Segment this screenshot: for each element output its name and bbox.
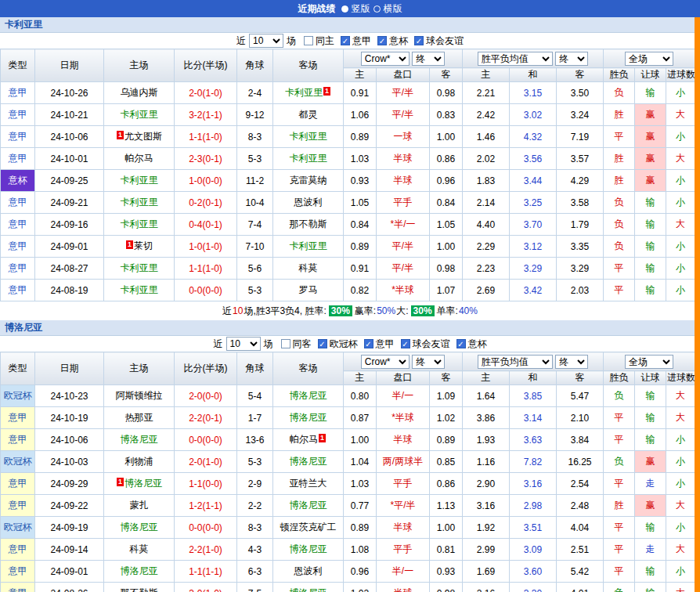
lose-odds-cell: 3.57 <box>557 148 604 170</box>
radio-horizontal-label[interactable]: 横版 <box>384 2 402 16</box>
team-name-text: 小 <box>676 456 685 467</box>
result-goals-cell: 大 <box>666 495 695 517</box>
draw-odds-cell: 3.60 <box>510 561 557 583</box>
filter-checkbox[interactable]: ✓球会友谊 <box>414 34 464 48</box>
lose-odds-cell: 2.03 <box>557 280 604 301</box>
team-name-text: 意甲 <box>9 543 27 554</box>
corners-cell: 5-3 <box>237 148 273 170</box>
team-name-text: 意甲 <box>9 434 27 445</box>
radio-horizontal-icon[interactable] <box>373 5 381 13</box>
col-header-home: 主场 <box>104 49 175 82</box>
win-odds-cell: 2.14 <box>463 192 510 214</box>
page-title: 近期战绩 <box>298 2 336 16</box>
recent-count-select[interactable]: 10 <box>249 34 283 48</box>
checkbox-icon[interactable]: ✓ <box>341 36 350 45</box>
filter-checkbox[interactable]: ✓意甲 <box>364 338 395 351</box>
league-filter-checkboxes: 同客✓欧冠杯✓意甲✓球会友谊✓意杯 <box>281 338 487 351</box>
team-name-text: 负 <box>615 456 624 467</box>
avg-odds-select[interactable]: 胜平负均值 <box>478 355 553 369</box>
date-cell: 24-08-27 <box>35 258 104 280</box>
result-handicap-cell: 输 <box>635 429 666 451</box>
team-name-text: 胜 <box>615 109 624 120</box>
result-handicap-cell: 输 <box>635 561 666 583</box>
team-name-text: 意甲 <box>9 218 27 229</box>
checkbox-icon[interactable]: ✓ <box>364 339 373 348</box>
odds-stage-select[interactable]: 终 <box>412 355 445 369</box>
team-name-text: 意甲 <box>9 197 27 208</box>
avg-stage-select[interactable]: 终 <box>555 355 588 369</box>
team-name-text: 大 <box>676 543 685 554</box>
checkbox-icon[interactable]: ✓ <box>377 36 387 45</box>
bookmaker-select[interactable]: Crow* <box>361 52 410 66</box>
result-handicap-cell: 赢 <box>635 148 666 170</box>
draw-odds-cell: 3.02 <box>510 104 557 126</box>
odds-stage-select[interactable]: 终 <box>412 52 445 66</box>
recent-count-select[interactable]: 10 <box>226 337 261 351</box>
scope-select[interactable]: 全场 <box>625 355 673 369</box>
league-type-cell: 意甲 <box>1 583 35 592</box>
result-goals-cell: 小 <box>666 561 695 583</box>
team-name-text: 小 <box>676 284 685 295</box>
handicap-away-odds-cell: 0.86 <box>430 148 463 170</box>
win-odds-cell: 4.40 <box>463 214 510 236</box>
draw-odds-cell: 3.51 <box>510 517 557 539</box>
radio-vertical-label[interactable]: 竖版 <box>352 2 370 16</box>
team-name-text: 卡利亚里 <box>285 87 323 98</box>
score-cell: 0-4(0-1) <box>175 214 237 236</box>
checkbox-icon[interactable]: ✓ <box>414 36 424 45</box>
checkbox-icon[interactable]: ✓ <box>456 339 466 348</box>
lose-odds-cell: 16.25 <box>557 451 604 473</box>
games-label: 场 <box>264 338 273 351</box>
score-cell: 0-0(0-0) <box>175 280 237 301</box>
team-name-text: 负 <box>615 87 624 98</box>
home-team-cell: 那不勒斯 <box>104 583 175 592</box>
team-name-text: 小 <box>676 175 685 186</box>
avg-odds-select[interactable]: 胜平负均值 <box>478 52 553 66</box>
col-header-result-goals: 进球数 <box>666 68 695 82</box>
away-team-cell: 科莫 <box>273 258 344 280</box>
filter-checkbox[interactable]: ✓欧冠杯 <box>318 338 358 351</box>
win-odds-cell: 2.21 <box>463 82 510 104</box>
filter-checkbox[interactable]: 同客 <box>281 338 312 351</box>
score-cell: 0-0(0-0) <box>175 517 237 539</box>
corners-cell: 5-3 <box>237 451 273 473</box>
vertical-scrollbar[interactable] <box>695 17 700 592</box>
filter-checkbox[interactable]: ✓意杯 <box>456 338 487 351</box>
home-team-cell: 卡利亚里 <box>104 214 175 236</box>
team-name-text: 赢 <box>646 500 655 511</box>
team-name-text: 平 <box>615 131 624 142</box>
score-cell: 2-0(1-0) <box>175 451 237 473</box>
result-goals-cell: 小 <box>666 451 695 473</box>
draw-odds-cell: 3.29 <box>510 258 557 280</box>
team-name-text: 意甲 <box>9 478 27 489</box>
result-handicap-cell: 走 <box>635 473 666 495</box>
result-goals-cell: 小 <box>666 236 695 258</box>
avg-stage-select[interactable]: 终 <box>555 52 588 66</box>
team-name-text: 阿斯顿维拉 <box>116 390 163 401</box>
team-name-text: 大 <box>676 500 685 511</box>
checkbox-icon[interactable]: ✓ <box>318 339 327 348</box>
league-type-cell: 意甲 <box>1 429 35 451</box>
draw-odds-cell: 3.30 <box>510 583 557 592</box>
checkbox-label: 同主 <box>316 34 334 48</box>
result-handicap-cell: 输 <box>635 82 666 104</box>
checkbox-icon[interactable] <box>304 36 313 45</box>
filter-bar-bologna: 近 10 场 同客✓欧冠杯✓意甲✓球会友谊✓意杯 <box>0 336 700 352</box>
filter-checkbox[interactable]: ✓意甲 <box>341 34 371 48</box>
score-cell: 2-3(0-1) <box>175 148 237 170</box>
filter-checkbox[interactable]: 同主 <box>304 34 334 48</box>
filter-checkbox[interactable]: ✓球会友谊 <box>401 338 450 351</box>
team-name-text: 莱切 <box>134 240 153 251</box>
scope-select[interactable]: 全场 <box>625 52 673 66</box>
team-name-text: 博洛尼亚 <box>121 434 158 445</box>
league-type-cell: 欧冠杯 <box>1 451 35 473</box>
result-goals-cell: 大 <box>666 214 695 236</box>
corners-cell: 2-2 <box>237 495 273 517</box>
radio-vertical-icon[interactable] <box>341 5 348 13</box>
result-handicap-cell: 赢 <box>635 170 666 192</box>
away-team-cell: 罗马 <box>273 280 344 301</box>
filter-checkbox[interactable]: ✓意杯 <box>377 34 408 48</box>
checkbox-icon[interactable] <box>281 339 290 348</box>
checkbox-icon[interactable]: ✓ <box>401 339 410 348</box>
bookmaker-select[interactable]: Crow* <box>361 355 410 369</box>
